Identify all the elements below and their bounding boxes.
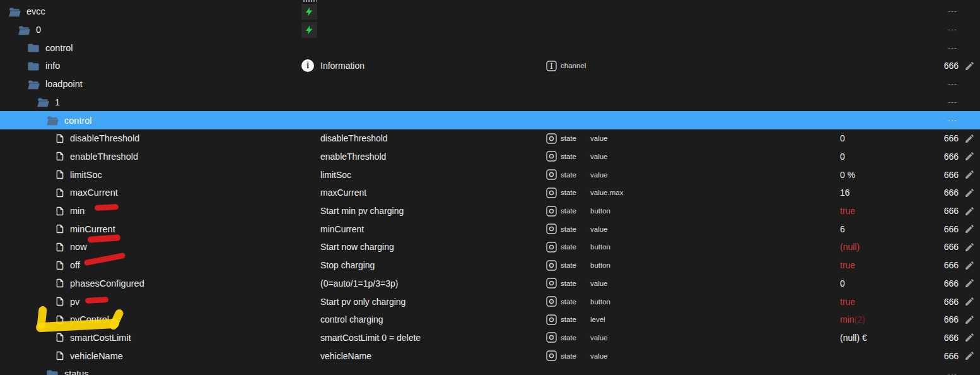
state-role: button [590,292,610,311]
state-value[interactable]: 0 [840,275,845,293]
state-value[interactable]: true [840,292,855,311]
edit-pencil-icon[interactable] [964,292,975,311]
state-type-icon [546,169,557,180]
state-role: value [590,129,608,148]
edit-pencil-icon[interactable] [964,184,975,202]
state-value[interactable]: 16 [840,184,850,202]
acl-value: 666 [944,238,959,256]
state-role: button [590,256,610,275]
clipped-icon-above-icon [303,0,317,2]
tree-row-off[interactable]: off i Stop charging [0,256,980,275]
tree-row-vehicleName[interactable]: vehicleName i vehicleName [0,347,980,365]
object-description: minCurrent [320,220,364,238]
tree-row-maxCurrent[interactable]: maxCurrent i maxCurrent [0,184,980,202]
object-name: phasesConfigured [70,278,144,289]
tree-row-control[interactable]: control i [0,39,980,57]
state-role: button [590,202,610,220]
tree-row-pvControl[interactable]: pvControl i control charging [0,311,980,329]
edit-pencil-icon[interactable] [964,57,975,75]
object-description: Start min pv charging [320,202,404,220]
folder-closed-icon [26,42,40,54]
tree-row-evcc[interactable]: evcc i [0,3,980,21]
object-name: status [64,369,89,375]
object-name: 0 [36,25,41,35]
tree-row-status[interactable]: status i [0,365,980,375]
file-icon [55,331,65,343]
tree-row-control[interactable]: control i [0,111,980,129]
state-type-icon [546,206,557,217]
edit-pencil-icon[interactable] [964,129,975,148]
object-name: minCurrent [70,224,115,234]
state-role: value.max [590,184,623,202]
state-value[interactable]: (null) [840,238,860,256]
tree-row-info[interactable]: info i Information [0,57,980,75]
state-type-icon [546,151,557,162]
state-value[interactable]: true [840,256,855,275]
tree-row-now[interactable]: now i Start now charging [0,238,980,256]
folder-closed-icon [45,368,59,375]
state-value[interactable]: 0 % [840,165,855,184]
folder-open-icon [26,78,40,90]
edit-pencil-icon[interactable] [964,202,975,220]
file-icon [55,277,65,289]
state-type-icon [546,242,557,253]
edit-pencil-icon[interactable] [964,311,975,329]
file-icon [55,314,65,326]
object-description: enableThreshold [320,148,386,166]
acl-value: 666 [944,129,959,148]
object-description: vehicleName [320,347,371,365]
tree-row-limitSoc[interactable]: limitSoc i limitSoc [0,165,980,184]
tree-row-minCurrent[interactable]: minCurrent i minCurrent [0,220,980,238]
acl-value: 666 [944,165,959,184]
object-name: enableThreshold [70,152,138,162]
tree-row-smartCostLimit[interactable]: smartCostLimit i smartCostLimit 0 = dele… [0,329,980,347]
tree-row-loadpoint[interactable]: loadpoint i [0,75,980,93]
object-tree: evcc i [0,0,980,375]
object-type-label: state [561,334,576,342]
object-name: limitSoc [70,170,102,180]
state-type-icon [546,314,557,325]
tree-row-min[interactable]: min i Start min pv charging [0,202,980,220]
state-value[interactable]: true [840,202,855,220]
edit-pencil-icon[interactable] [964,275,975,293]
edit-pencil-icon[interactable] [964,256,975,275]
tree-row-pv[interactable]: pv i Start pv only charging [0,292,980,311]
no-acl-dashes: --- [948,93,957,112]
state-value[interactable]: 0 [840,148,845,166]
object-type-label: state [561,298,576,306]
object-type-label: state [561,243,576,251]
no-acl-dashes: --- [948,75,957,93]
edit-pencil-icon[interactable] [964,220,975,238]
object-description: smartCostLimit 0 = delete [320,329,421,347]
tree-row-0[interactable]: 0 i [0,21,980,39]
state-type-icon [546,350,557,361]
file-icon [55,259,65,271]
object-name: smartCostLimit [70,333,131,343]
state-value[interactable]: 6 [840,220,845,238]
object-type-label: state [561,134,576,142]
edit-pencil-icon[interactable] [964,347,975,365]
state-type-icon [546,133,557,144]
object-name: disableThreshold [70,133,139,143]
state-role: value [590,148,608,166]
tree-row-1[interactable]: 1 i [0,93,980,112]
state-value[interactable]: 0 [840,129,845,148]
state-value[interactable]: (null) € [840,329,867,347]
state-type-icon [546,296,557,307]
edit-pencil-icon[interactable] [964,329,975,347]
acl-value: 666 [944,202,959,220]
edit-pencil-icon[interactable] [964,238,975,256]
tree-row-enableThreshold[interactable]: enableThreshold i enableThreshold [0,148,980,166]
state-role: level [590,311,605,329]
object-name: pv [70,297,79,307]
object-type-label: state [561,352,576,360]
edit-pencil-icon[interactable] [964,165,975,184]
edit-pencil-icon[interactable] [964,148,975,166]
state-type-icon [546,188,557,198]
object-type-label: state [561,189,576,196]
tree-row-phasesConfigured[interactable]: phasesConfigured i (0=auto/1=1p/3=3p) [0,275,980,293]
object-type-label: state [561,261,576,269]
tree-row-disableThreshold[interactable]: disableThreshold i disableThreshold [0,129,980,148]
state-type-icon [546,332,557,343]
state-value[interactable]: min(2) [840,311,865,329]
